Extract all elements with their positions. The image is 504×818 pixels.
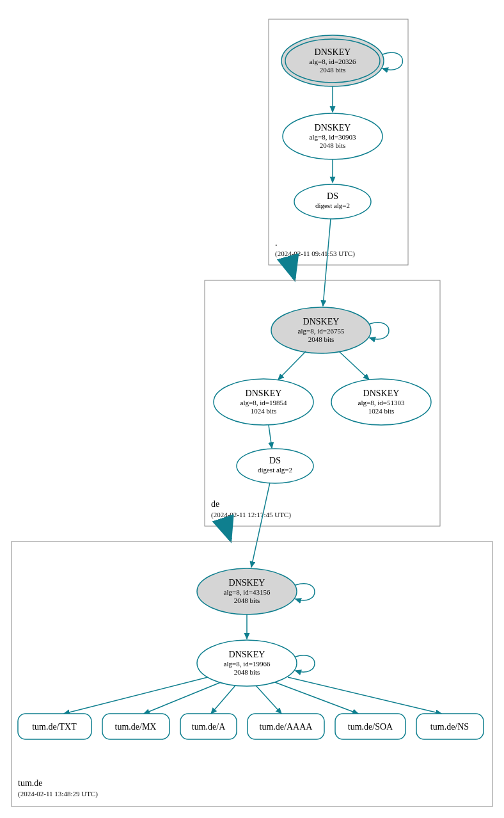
rr-a-node: tum.de/A [180, 714, 237, 739]
root-zsk-line3: 2048 bits [320, 141, 346, 149]
de-zone-group: de (2024-02-11 12:17:45 UTC) DNSKEY alg=… [205, 280, 440, 526]
edge-zsk-aaaa [256, 686, 281, 714]
root-zone-name: . [275, 238, 278, 248]
root-zsk-line2: alg=8, id=30903 [310, 133, 356, 141]
rr-mx-node: tum.de/MX [102, 714, 169, 739]
root-ksk-title: DNSKEY [315, 47, 351, 57]
root-zone-timestamp: (2024-02-11 09:41:53 UTC) [275, 250, 355, 258]
de-ksk-selfloop [370, 323, 389, 339]
de-zsk1-line2: alg=8, id=19854 [240, 399, 287, 406]
de-zsk1-line3: 1024 bits [251, 407, 277, 415]
tumde-ksk-node: DNSKEY alg=8, id=43156 2048 bits [197, 568, 297, 614]
de-zsk2-line3: 1024 bits [368, 407, 395, 415]
root-zsk-node: DNSKEY alg=8, id=30903 2048 bits [283, 113, 382, 159]
edge-zsk-a [211, 686, 235, 714]
de-ds-title: DS [269, 456, 281, 465]
tumde-ksk-selfloop [295, 584, 315, 600]
tumde-ksk-title: DNSKEY [229, 578, 265, 588]
tumde-ksk-line3: 2048 bits [234, 597, 260, 604]
edge-deksk-zsk2 [339, 351, 369, 380]
root-ds-line2: digest alg=2 [315, 202, 350, 209]
tumde-zsk-title: DNSKEY [229, 650, 265, 659]
tumde-zone-group: tum.de (2024-02-11 13:48:29 UTC) DNSKEY … [12, 541, 492, 806]
tumde-zone-timestamp: (2024-02-11 13:48:29 UTC) [18, 790, 98, 798]
rr-txt-label: tum.de/TXT [32, 722, 77, 732]
de-zone-timestamp: (2024-02-11 12:17:45 UTC) [211, 511, 291, 519]
tumde-zone-name: tum.de [18, 778, 43, 788]
de-ds-node: DS digest alg=2 [237, 449, 313, 483]
edge-dezsk1-ds [269, 425, 272, 448]
rr-aaaa-label: tum.de/AAAA [260, 722, 313, 732]
de-ksk-line3: 2048 bits [308, 335, 335, 343]
edge-zsk-soa [275, 682, 358, 714]
root-ksk-line3: 2048 bits [320, 66, 346, 74]
root-ksk-line2: alg=8, id=20326 [310, 58, 356, 65]
root-zone-group: . (2024-02-11 09:41:53 UTC) DNSKEY alg=8… [269, 19, 408, 265]
edge-deds-tumksk [251, 483, 270, 567]
rr-soa-node: tum.de/SOA [335, 714, 406, 739]
edge-debox-tumbox [226, 526, 230, 540]
root-ds-title: DS [327, 191, 338, 201]
de-ksk-node: DNSKEY alg=8, id=26755 2048 bits [271, 307, 371, 353]
de-zsk2-node: DNSKEY alg=8, id=51303 1024 bits [331, 379, 431, 425]
root-zsk-title: DNSKEY [315, 123, 351, 132]
de-zone-name: de [211, 499, 219, 509]
rr-aaaa-node: tum.de/AAAA [248, 714, 324, 739]
de-zsk2-line2: alg=8, id=51303 [358, 399, 405, 406]
rr-ns-node: tum.de/NS [416, 714, 484, 739]
root-ksk-selfloop [382, 52, 403, 70]
tumde-zsk-node: DNSKEY alg=8, id=19966 2048 bits [197, 640, 297, 686]
tumde-zsk-line3: 2048 bits [234, 668, 260, 676]
root-ksk-node: DNSKEY alg=8, id=20326 2048 bits [281, 35, 384, 86]
edge-rootbox-debox [290, 265, 294, 278]
de-ksk-title: DNSKEY [303, 317, 340, 326]
root-ds-node: DS digest alg=2 [294, 184, 371, 219]
edge-rootds-deksk [323, 219, 331, 306]
de-zsk2-title: DNSKEY [363, 389, 400, 398]
tumde-zsk-line2: alg=8, id=19966 [224, 660, 271, 668]
rr-mx-label: tum.de/MX [115, 722, 157, 732]
de-zsk1-title: DNSKEY [246, 389, 282, 398]
edge-zsk-mx [144, 682, 221, 714]
tumde-ksk-line2: alg=8, id=43156 [224, 588, 271, 596]
de-ksk-line2: alg=8, id=26755 [298, 327, 345, 335]
tumde-zsk-selfloop [295, 655, 315, 672]
rr-a-label: tum.de/A [192, 722, 226, 732]
de-zsk1-node: DNSKEY alg=8, id=19854 1024 bits [214, 379, 313, 425]
rr-soa-label: tum.de/SOA [348, 722, 393, 732]
edge-zsk-txt [64, 677, 208, 714]
rr-ns-label: tum.de/NS [430, 722, 469, 732]
rr-txt-node: tum.de/TXT [18, 714, 91, 739]
de-ds-line2: digest alg=2 [258, 466, 292, 474]
edge-deksk-zsk1 [278, 351, 306, 380]
